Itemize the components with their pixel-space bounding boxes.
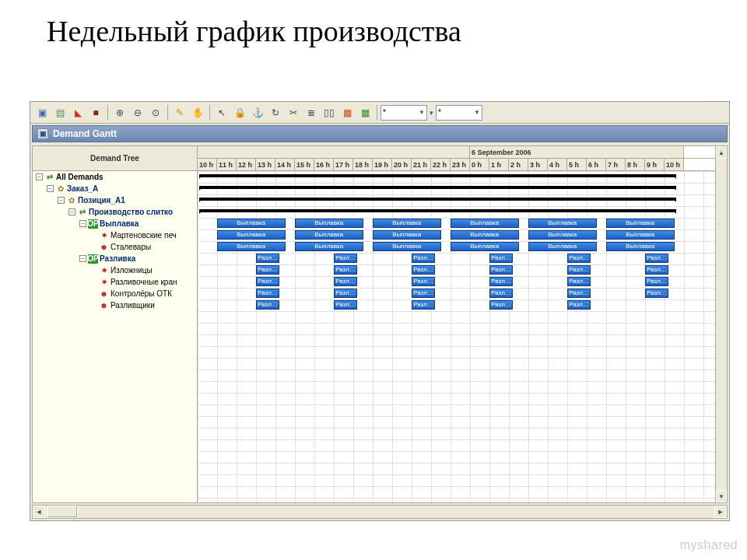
tree-row[interactable]: −⇄Производство слитко — [33, 206, 197, 218]
gantt-task-bar[interactable]: Разл… — [645, 254, 668, 263]
gantt-task-bar[interactable]: Разл… — [412, 254, 435, 263]
gantt-task-bar[interactable]: Разл… — [412, 277, 435, 286]
lock-icon[interactable]: 🔒 — [231, 104, 248, 121]
tree-row[interactable]: ✷Изложницы — [33, 264, 197, 276]
gantt-task-bar[interactable]: Разл… — [334, 265, 357, 275]
gantt-task-bar[interactable]: Разл… — [489, 265, 513, 275]
gantt-task-bar[interactable]: Выплавка — [295, 242, 363, 251]
window-titlebar[interactable]: ▣ Demand Gantt — [32, 125, 728, 142]
gantt-task-bar[interactable]: Выплавка — [451, 230, 519, 240]
gantt-task-bar[interactable]: Разл… — [645, 289, 668, 298]
gantt-task-bar[interactable]: Разл… — [412, 289, 435, 298]
gantt-task-bar[interactable]: Выплавка — [451, 219, 519, 228]
gantt-task-bar[interactable]: Выплавка — [606, 219, 675, 228]
gantt-task-bar[interactable]: Разл… — [256, 289, 279, 298]
scroll-right-button[interactable]: ► — [714, 506, 727, 518]
gantt-task-bar[interactable]: Выплавка — [528, 230, 597, 240]
gantt-task-bar[interactable]: Выплавка — [373, 230, 441, 240]
tree-row[interactable]: ✷Мартеновские печ — [33, 229, 197, 241]
pointer-icon[interactable]: ↖ — [213, 104, 230, 121]
palette-icon[interactable]: ▦ — [338, 104, 356, 121]
hand-icon[interactable]: ✋ — [189, 104, 206, 121]
rows-icon[interactable]: ≣ — [303, 104, 320, 121]
tree-expand-icon[interactable]: − — [47, 185, 54, 192]
summary-bar[interactable] — [199, 186, 676, 189]
tree-expand-icon[interactable]: − — [79, 220, 86, 227]
gantt-task-bar[interactable]: Разл… — [256, 265, 279, 275]
gantt-task-bar[interactable]: Выплавка — [295, 219, 363, 228]
flag-dark-icon[interactable]: ■ — [87, 104, 104, 121]
tree-row[interactable]: −OPРазливка — [33, 253, 197, 264]
gantt-task-bar[interactable]: Выплавка — [451, 242, 519, 251]
scroll-track[interactable] — [45, 506, 714, 518]
tree-expand-icon[interactable]: − — [79, 255, 86, 262]
gantt-task-bar[interactable]: Выплавка — [606, 242, 675, 251]
gantt-task-bar[interactable]: Разл… — [567, 277, 591, 286]
gantt-task-bar[interactable]: Выплавка — [373, 219, 441, 228]
gantt-task-bar[interactable]: Выплавка — [528, 242, 597, 251]
gantt-task-bar[interactable]: Разл… — [567, 254, 591, 263]
tree-body[interactable]: −⇄All Demands−✿Заказ_А−✿Позиция_А1−⇄Прои… — [33, 171, 197, 502]
gantt-task-bar[interactable]: Выплавка — [217, 219, 286, 228]
gantt-task-bar[interactable]: Разл… — [334, 300, 357, 310]
gantt-task-bar[interactable]: Выплавка — [217, 242, 286, 251]
scroll-down-button[interactable]: ▼ — [716, 490, 727, 502]
gantt-task-bar[interactable]: Разл… — [334, 289, 357, 298]
summary-bar[interactable] — [199, 198, 676, 201]
toolbar-combo-1[interactable]: *▼ — [381, 105, 427, 121]
chart-body[interactable]: ВыплавкаВыплавкаВыплавкаВыплавкаВыплавка… — [198, 171, 727, 502]
gantt-task-bar[interactable]: Разл… — [256, 300, 279, 310]
zoom-in-icon[interactable]: ⊕ — [111, 104, 128, 121]
gantt-task-bar[interactable]: Разл… — [412, 300, 435, 310]
tree-expand-icon[interactable]: − — [36, 173, 43, 180]
gantt-task-bar[interactable]: Выплавка — [217, 230, 286, 240]
tree-row[interactable]: −OPВыплавка — [33, 218, 197, 229]
tree-row[interactable]: −✿Заказ_А — [33, 183, 197, 194]
gantt-task-bar[interactable]: Разл… — [489, 277, 513, 286]
horizontal-scrollbar[interactable]: ◄ ► — [32, 505, 728, 519]
vertical-scrollbar[interactable]: ▲ ▼ — [715, 145, 728, 503]
align-icon[interactable]: ▯▯ — [321, 104, 338, 121]
scroll-thumb[interactable] — [47, 506, 78, 518]
gantt-task-bar[interactable]: Разл… — [567, 289, 591, 298]
gantt-task-bar[interactable]: Выплавка — [606, 230, 675, 240]
tree-row[interactable]: −✿Позиция_А1 — [33, 194, 197, 206]
export-icon[interactable]: ▦ — [356, 104, 374, 121]
tree-expand-icon[interactable]: − — [58, 197, 65, 204]
tree-row[interactable]: ✷Разливочные кран — [33, 276, 197, 288]
gantt-task-bar[interactable]: Разл… — [256, 254, 279, 263]
gantt-task-bar[interactable]: Разл… — [489, 289, 513, 298]
zoom-out-icon[interactable]: ⊖ — [129, 104, 146, 121]
flag-red-icon[interactable]: ◣ — [69, 104, 86, 121]
gantt-task-bar[interactable]: Выплавка — [528, 219, 597, 228]
tree-row[interactable]: ☻Контролёры ОТК — [33, 288, 197, 299]
toolbar-combo-2[interactable]: *▼ — [436, 105, 482, 121]
gantt-task-bar[interactable]: Разл… — [489, 254, 513, 263]
anchor-icon[interactable]: ⚓ — [249, 104, 266, 121]
scroll-left-button[interactable]: ◄ — [33, 506, 45, 518]
gantt-task-bar[interactable]: Разл… — [412, 265, 435, 275]
zoom-fit-icon[interactable]: ⊙ — [147, 104, 164, 121]
cut-icon[interactable]: ✂ — [285, 104, 302, 121]
gantt-task-bar[interactable]: Разл… — [256, 277, 279, 286]
summary-bar[interactable] — [199, 174, 676, 177]
gantt-task-bar[interactable]: Разл… — [645, 277, 668, 286]
tree-expand-icon[interactable]: − — [68, 208, 75, 215]
gantt-task-bar[interactable]: Разл… — [645, 265, 668, 275]
gantt-task-bar[interactable]: Разл… — [334, 277, 357, 286]
gantt-task-bar[interactable]: Выплавка — [295, 230, 363, 240]
gantt-task-bar[interactable]: Разл… — [567, 265, 591, 275]
gantt-task-bar[interactable]: Выплавка — [373, 242, 441, 251]
refresh-icon[interactable]: ↻ — [267, 104, 284, 121]
scroll-up-button[interactable]: ▲ — [716, 146, 727, 159]
gantt-task-bar[interactable]: Разл… — [334, 254, 357, 263]
gantt-task-bar[interactable]: Разл… — [567, 300, 591, 310]
gantt-task-bar[interactable]: Разл… — [489, 300, 513, 310]
tree-row[interactable]: −⇄All Demands — [33, 171, 197, 183]
tree-row[interactable]: ☻Разливщики — [33, 299, 197, 311]
wand-icon[interactable]: ✎ — [171, 104, 188, 121]
view-icon[interactable]: ▣ — [33, 104, 51, 121]
tree-row[interactable]: ☻Сталевары — [33, 241, 197, 253]
sheet-icon[interactable]: ▤ — [51, 104, 68, 121]
summary-bar[interactable] — [199, 209, 676, 212]
